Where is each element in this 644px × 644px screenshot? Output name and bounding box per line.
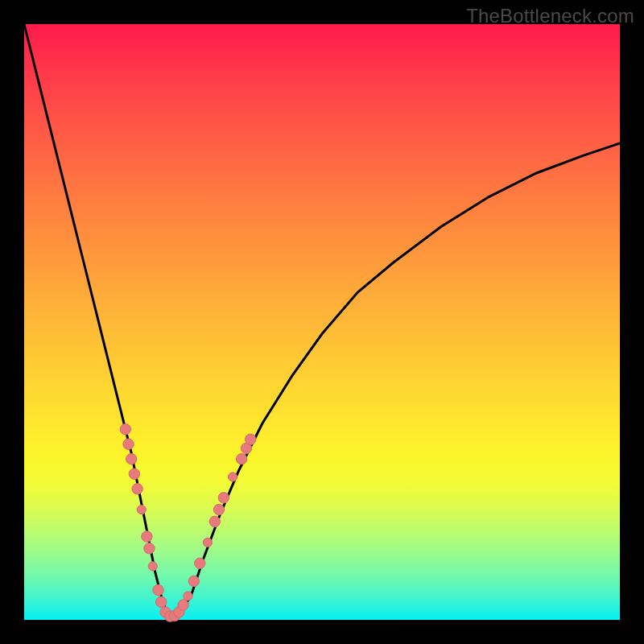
- curve-markers: [120, 424, 256, 622]
- curve-marker: [132, 484, 142, 494]
- curve-marker: [178, 600, 188, 610]
- plot-area: [24, 24, 620, 620]
- curve-marker: [120, 424, 130, 435]
- curve-marker: [209, 516, 220, 526]
- curve-marker: [228, 473, 237, 481]
- curve-marker: [195, 558, 205, 568]
- chart-frame: TheBottleneck.com: [0, 0, 644, 644]
- curve-marker: [123, 439, 134, 449]
- curve-marker: [142, 531, 152, 542]
- curve-marker: [144, 543, 155, 554]
- curve-marker: [213, 504, 224, 514]
- curve-marker: [218, 493, 229, 503]
- curve-marker: [203, 538, 212, 547]
- curve-marker: [188, 576, 199, 586]
- curve-marker: [236, 454, 246, 464]
- bottleneck-curve: [24, 24, 620, 617]
- curve-marker: [148, 562, 157, 571]
- curve-marker: [246, 434, 256, 444]
- curve-marker: [153, 584, 163, 595]
- curve-marker: [126, 454, 137, 464]
- curve-marker: [184, 592, 192, 601]
- curve-marker: [129, 469, 139, 479]
- bottleneck-curve-svg: [24, 24, 620, 620]
- curve-marker: [137, 506, 146, 514]
- curve-marker: [156, 597, 167, 607]
